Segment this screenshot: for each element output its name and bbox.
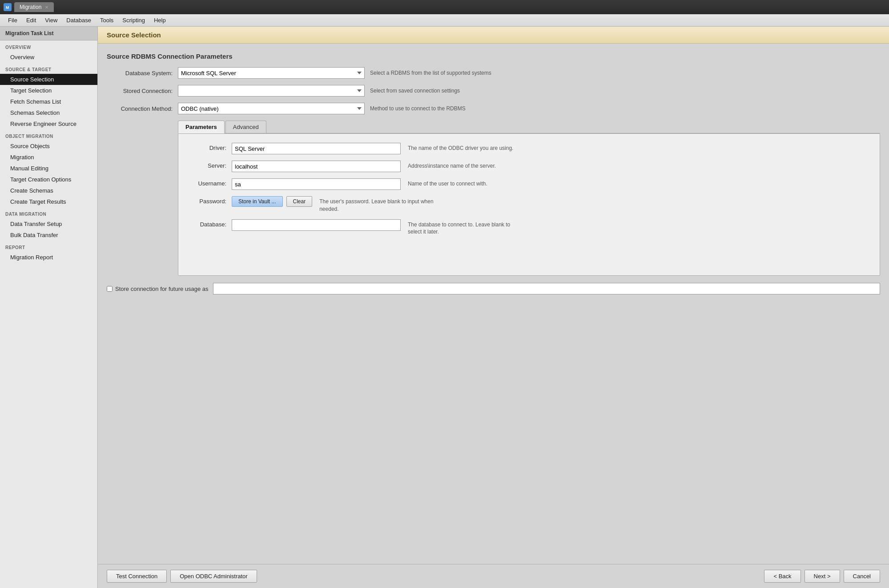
tab-parameters[interactable]: Parameters xyxy=(178,121,225,133)
password-label: Password: xyxy=(187,196,232,205)
database-system-control: Microsoft SQL Server MySQL PostgreSQL Or… xyxy=(178,67,880,79)
sidebar-item-migration[interactable]: Migration xyxy=(0,152,97,163)
store-connection-row: Store connection for future usage as xyxy=(107,283,880,294)
sidebar-item-source-selection[interactable]: Source Selection xyxy=(0,74,97,85)
menu-file[interactable]: File xyxy=(4,15,22,25)
sidebar-section-object-migration: OBJECT MIGRATION xyxy=(0,129,97,141)
sidebar-item-manual-editing[interactable]: Manual Editing xyxy=(0,163,97,174)
sidebar-item-migration-report[interactable]: Migration Report xyxy=(0,252,97,263)
sidebar-item-target-selection[interactable]: Target Selection xyxy=(0,85,97,96)
back-button[interactable]: < Back xyxy=(764,570,801,583)
menu-scripting[interactable]: Scripting xyxy=(118,15,149,25)
sidebar-item-data-transfer[interactable]: Data Transfer Setup xyxy=(0,218,97,230)
username-hint: Name of the user to connect with. xyxy=(408,178,487,188)
stored-connection-hint: Select from saved connection settings xyxy=(370,88,460,94)
title-bar: M Migration ✕ xyxy=(0,0,889,14)
database-system-select[interactable]: Microsoft SQL Server MySQL PostgreSQL Or… xyxy=(178,67,365,79)
bottom-right-buttons: < Back Next > Cancel xyxy=(764,570,880,583)
menu-view[interactable]: View xyxy=(40,15,62,25)
sidebar-item-schemas-selection[interactable]: Schemas Selection xyxy=(0,107,97,118)
username-input[interactable] xyxy=(232,178,401,190)
app-container: Migration Task List OVERVIEW Overview SO… xyxy=(0,27,889,588)
svg-text:M: M xyxy=(6,5,9,10)
test-connection-button[interactable]: Test Connection xyxy=(107,570,167,583)
sidebar-item-overview[interactable]: Overview xyxy=(0,52,97,63)
page-body: Source RDBMS Connection Parameters Datab… xyxy=(98,44,889,564)
cancel-button[interactable]: Cancel xyxy=(844,570,880,583)
sidebar-item-reverse-engineer[interactable]: Reverse Engineer Source xyxy=(0,118,97,129)
bottom-left-buttons: Test Connection Open ODBC Administrator xyxy=(107,570,257,583)
sidebar-item-create-schemas[interactable]: Create Schemas xyxy=(0,185,97,196)
menu-edit[interactable]: Edit xyxy=(22,15,40,25)
server-row: Server: Address\instance name of the ser… xyxy=(187,161,871,172)
driver-label: Driver: xyxy=(187,143,232,151)
username-label: Username: xyxy=(187,178,232,187)
stored-connection-row: Stored Connection: Select from saved con… xyxy=(107,85,880,97)
driver-hint: The name of the ODBC driver you are usin… xyxy=(408,143,513,152)
database-system-label: Database System: xyxy=(107,70,178,77)
menu-bar: File Edit View Database Tools Scripting … xyxy=(0,14,889,27)
params-box: Driver: The name of the ODBC driver you … xyxy=(178,133,880,276)
page-header: Source Selection xyxy=(98,27,889,44)
password-buttons: Store in Vault ... Clear xyxy=(232,196,312,207)
tab-label: Migration xyxy=(20,4,41,10)
driver-input[interactable] xyxy=(232,143,401,154)
bottom-bar: Test Connection Open ODBC Administrator … xyxy=(98,564,889,588)
sidebar-item-fetch-schemas[interactable]: Fetch Schemas List xyxy=(0,96,97,107)
password-row: Password: Store in Vault ... Clear The u… xyxy=(187,196,871,213)
database-input[interactable] xyxy=(232,219,401,231)
connection-method-control: ODBC (native) Standard TCP/IP Method to … xyxy=(178,103,880,114)
open-odbc-button[interactable]: Open ODBC Administrator xyxy=(170,570,257,583)
params-tabs: Parameters Advanced xyxy=(178,121,880,133)
store-connection-label[interactable]: Store connection for future usage as xyxy=(107,286,209,292)
menu-help[interactable]: Help xyxy=(149,15,170,25)
tab-advanced[interactable]: Advanced xyxy=(225,121,266,133)
menu-tools[interactable]: Tools xyxy=(96,15,118,25)
driver-row: Driver: The name of the ODBC driver you … xyxy=(187,143,871,154)
next-button[interactable]: Next > xyxy=(805,570,840,583)
username-row: Username: Name of the user to connect wi… xyxy=(187,178,871,190)
clear-password-button[interactable]: Clear xyxy=(286,196,313,207)
sidebar-item-source-objects[interactable]: Source Objects xyxy=(0,141,97,152)
connection-method-hint: Method to use to connect to the RDBMS xyxy=(370,105,466,112)
tab-close-icon[interactable]: ✕ xyxy=(45,5,48,10)
stored-connection-label: Stored Connection: xyxy=(107,88,178,94)
sidebar-section-source-target: SOURCE & TARGET xyxy=(0,63,97,74)
store-in-vault-button[interactable]: Store in Vault ... xyxy=(232,196,283,207)
store-connection-checkbox[interactable] xyxy=(107,286,113,292)
sidebar: Migration Task List OVERVIEW Overview SO… xyxy=(0,27,98,588)
database-system-hint: Select a RDBMS from the list of supporte… xyxy=(370,70,491,76)
migration-tab[interactable]: Migration ✕ xyxy=(14,2,54,12)
menu-database[interactable]: Database xyxy=(62,15,96,25)
store-connection-name-input[interactable] xyxy=(213,283,880,294)
stored-connection-select[interactable] xyxy=(178,85,365,97)
connection-method-label: Connection Method: xyxy=(107,105,178,112)
database-hint: The database to connect to. Leave blank … xyxy=(408,219,523,236)
sidebar-section-data-migration: DATA MIGRATION xyxy=(0,207,97,218)
connection-method-select[interactable]: ODBC (native) Standard TCP/IP xyxy=(178,103,365,114)
connection-method-row: Connection Method: ODBC (native) Standar… xyxy=(107,103,880,114)
app-icon: M xyxy=(4,3,12,11)
sidebar-header: Migration Task List xyxy=(0,27,97,40)
server-hint: Address\instance name of the server. xyxy=(408,161,496,170)
database-row: Database: The database to connect to. Le… xyxy=(187,219,871,236)
main-content: Source Selection Source RDBMS Connection… xyxy=(98,27,889,588)
server-label: Server: xyxy=(187,161,232,169)
section-title: Source RDBMS Connection Parameters xyxy=(107,52,880,60)
sidebar-item-create-target[interactable]: Create Target Results xyxy=(0,196,97,207)
sidebar-section-report: REPORT xyxy=(0,241,97,252)
password-hint: The user's password. Leave blank to inpu… xyxy=(319,196,435,213)
sidebar-item-target-creation[interactable]: Target Creation Options xyxy=(0,174,97,185)
database-label: Database: xyxy=(187,219,232,228)
store-connection-text: Store connection for future usage as xyxy=(115,286,209,292)
stored-connection-control: Select from saved connection settings xyxy=(178,85,880,97)
sidebar-item-bulk-data[interactable]: Bulk Data Transfer xyxy=(0,230,97,241)
database-system-row: Database System: Microsoft SQL Server My… xyxy=(107,67,880,79)
sidebar-section-overview: OVERVIEW xyxy=(0,40,97,52)
server-input[interactable] xyxy=(232,161,401,172)
